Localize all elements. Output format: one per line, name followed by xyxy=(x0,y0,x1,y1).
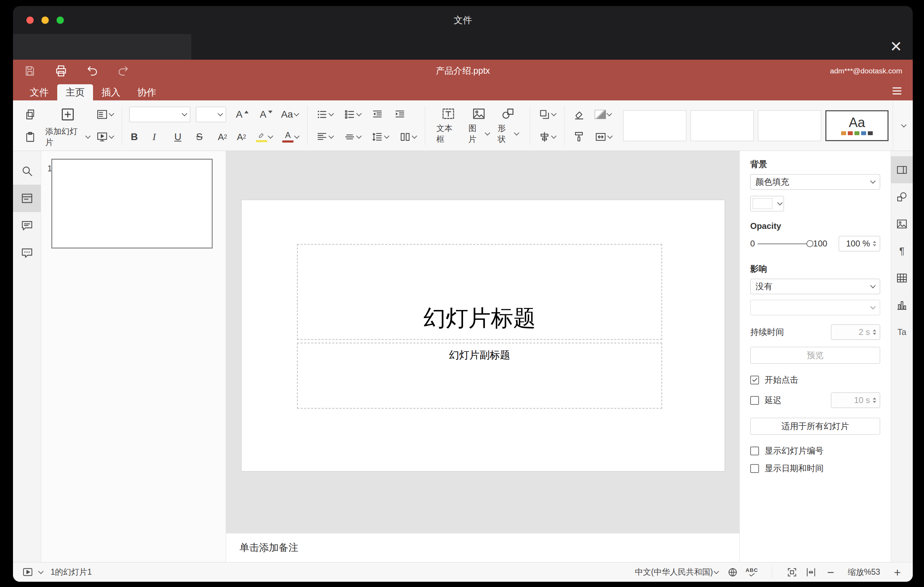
shape-button[interactable]: 形状 xyxy=(493,107,523,145)
table-settings-button[interactable] xyxy=(891,264,913,292)
slides-panel-button[interactable] xyxy=(13,185,41,212)
slide-canvas[interactable]: 幻灯片标题 幻灯片副标题 xyxy=(226,151,739,533)
preview-button[interactable]: 预览 xyxy=(750,347,880,364)
minimize-window-button[interactable] xyxy=(41,16,49,24)
fill-color-button[interactable] xyxy=(593,109,612,120)
paste-button[interactable] xyxy=(23,130,38,143)
zoom-out-button[interactable]: − xyxy=(824,566,837,578)
copy-style-button[interactable] xyxy=(571,130,586,143)
line-spacing-button[interactable] xyxy=(370,130,390,143)
hamburger-menu-icon[interactable] xyxy=(891,85,903,97)
opacity-value-input[interactable]: 100 % xyxy=(839,236,880,251)
shape-settings-button[interactable] xyxy=(891,183,913,210)
notes-area[interactable]: 单击添加备注 xyxy=(226,533,739,562)
spinner-icon[interactable] xyxy=(873,329,876,335)
zoom-in-button[interactable]: + xyxy=(891,566,904,578)
show-slide-number-checkbox[interactable] xyxy=(750,447,759,455)
italic-button[interactable]: I xyxy=(151,131,166,143)
language-selector[interactable]: 中文(中华人民共和国) xyxy=(633,566,719,578)
slide[interactable]: 幻灯片标题 幻灯片副标题 xyxy=(241,200,724,471)
decrease-font-button[interactable]: A xyxy=(256,109,274,120)
spinner-icon[interactable] xyxy=(873,241,876,246)
font-name-combo[interactable] xyxy=(129,107,190,122)
add-slide-button[interactable]: 添加幻灯片 xyxy=(44,125,91,148)
chevron-down-icon[interactable] xyxy=(38,569,44,574)
strikethrough-button[interactable]: S xyxy=(195,131,209,143)
spinner-icon[interactable] xyxy=(873,397,876,403)
zoom-window-button[interactable] xyxy=(56,16,64,24)
image-button[interactable]: 图片 xyxy=(464,107,493,145)
add-slide-icon[interactable] xyxy=(59,106,77,123)
chart-settings-button[interactable] xyxy=(891,292,913,318)
slide-thumbnail[interactable] xyxy=(51,159,213,249)
close-icon[interactable]: ✕ xyxy=(890,37,902,56)
comments-button[interactable] xyxy=(13,212,41,239)
slide-layout-button[interactable] xyxy=(95,108,115,121)
paragraph-settings-button[interactable]: ¶ xyxy=(891,237,913,264)
search-button[interactable] xyxy=(13,157,41,185)
close-window-button[interactable] xyxy=(26,16,34,24)
fit-slide-icon[interactable] xyxy=(786,567,798,578)
show-datetime-checkbox[interactable] xyxy=(750,464,759,473)
copy-button[interactable] xyxy=(23,108,38,121)
vertical-align-button[interactable] xyxy=(342,130,362,143)
undo-icon[interactable] xyxy=(86,64,99,77)
effect-select[interactable]: 没有 xyxy=(750,279,880,294)
delay-checkbox[interactable] xyxy=(750,396,759,405)
align-shape-button[interactable] xyxy=(537,130,557,143)
numbering-button[interactable] xyxy=(342,108,362,121)
background-color-picker[interactable] xyxy=(750,196,784,211)
slide-settings-button[interactable] xyxy=(891,156,913,183)
highlight-color-button[interactable] xyxy=(254,130,274,143)
style-tools-group xyxy=(571,101,613,151)
save-icon[interactable] xyxy=(23,64,36,77)
decrease-indent-button[interactable] xyxy=(370,108,385,121)
opacity-slider-knob[interactable] xyxy=(807,240,813,247)
change-case-button[interactable]: Aa xyxy=(279,109,299,120)
bullets-button[interactable] xyxy=(315,108,335,121)
duration-input[interactable]: 2 s xyxy=(831,325,880,340)
tab-collaboration[interactable]: 协作 xyxy=(129,84,165,101)
effect-variant-select[interactable] xyxy=(750,300,880,315)
fit-width-icon[interactable] xyxy=(805,567,817,578)
apply-all-button[interactable]: 适用于所有幻灯片 xyxy=(750,418,880,435)
redo-icon[interactable] xyxy=(117,64,130,77)
start-click-checkbox[interactable] xyxy=(750,376,759,384)
textbox-button[interactable]: 文本框 xyxy=(432,107,464,145)
image-settings-button[interactable] xyxy=(891,210,913,237)
start-slideshow-status-button[interactable] xyxy=(22,567,33,578)
increase-font-button[interactable]: A xyxy=(232,109,250,120)
textart-settings-button[interactable]: Ta xyxy=(891,318,913,345)
font-size-combo[interactable] xyxy=(196,107,226,122)
chat-button[interactable] xyxy=(13,239,41,267)
subtitle-placeholder[interactable]: 幻灯片副标题 xyxy=(297,343,662,409)
font-color-button[interactable]: A xyxy=(281,130,300,143)
theme-expand-button[interactable] xyxy=(893,101,913,151)
subscript-button[interactable]: A2 xyxy=(236,132,248,142)
title-placeholder[interactable]: 幻灯片标题 xyxy=(297,244,662,340)
tab-file[interactable]: 文件 xyxy=(21,84,57,101)
increase-indent-button[interactable] xyxy=(393,108,407,121)
background-fill-select[interactable]: 颜色填充 xyxy=(750,174,880,190)
horizontal-align-button[interactable] xyxy=(315,130,335,143)
theme-slot-1[interactable] xyxy=(623,110,686,141)
superscript-button[interactable]: A2 xyxy=(216,132,228,142)
print-icon[interactable] xyxy=(54,64,68,77)
spellcheck-icon[interactable]: ABC xyxy=(746,567,758,577)
tab-insert[interactable]: 插入 xyxy=(93,84,129,101)
columns-button[interactable] xyxy=(398,130,418,143)
arrange-shape-button[interactable] xyxy=(537,108,557,121)
tab-home[interactable]: 主页 xyxy=(57,84,93,101)
start-slideshow-button[interactable] xyxy=(95,130,115,143)
underline-button[interactable]: U xyxy=(173,131,188,143)
show-datetime-row: 显示日期和时间 xyxy=(750,463,880,474)
delay-input[interactable]: 10 s xyxy=(831,392,880,408)
opacity-slider[interactable] xyxy=(757,243,810,244)
clear-style-button[interactable] xyxy=(571,108,586,121)
theme-slot-2[interactable] xyxy=(691,110,754,141)
theme-slot-3[interactable] xyxy=(758,110,821,141)
bold-button[interactable]: B xyxy=(129,131,144,143)
document-language-icon[interactable] xyxy=(728,567,738,577)
slide-size-button[interactable] xyxy=(593,130,613,143)
theme-slot-selected[interactable]: Aa xyxy=(825,110,889,141)
